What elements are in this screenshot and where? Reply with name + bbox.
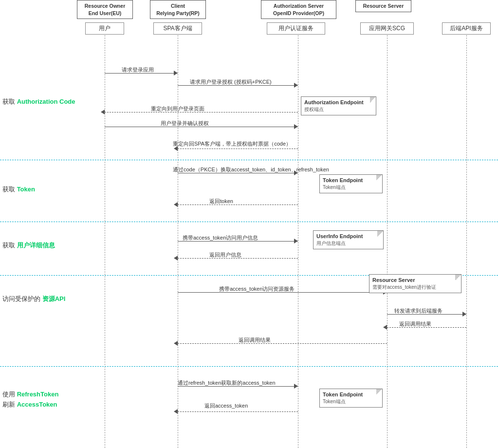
arrow-a2-head [294, 83, 298, 88]
arrow-a8-label: 携带access_token访问用户信息 [183, 234, 258, 242]
lifeline-auth [298, 35, 298, 448]
arrow-a3-label: 重定向到用户登录页面 [151, 105, 204, 112]
arrow-a15-line [178, 411, 298, 412]
arrow-a3-head [101, 110, 105, 114]
arrow-a13-line [178, 343, 387, 344]
ep-token2-title: Token Endpoint [323, 391, 379, 398]
divider-4 [0, 366, 498, 367]
ep-auth-title: Authorization Endpoint [304, 99, 373, 106]
ep-token2-subtitle: Token端点 [323, 398, 379, 405]
arrow-a12-label: 返回调用结果 [399, 320, 431, 328]
section-token: 获取 Token [2, 185, 35, 194]
arrow-a1-head [174, 71, 178, 75]
arrow-a11-head [462, 312, 466, 317]
arrow-a15-label: 返回access_token [204, 402, 248, 410]
lifeline-label-api: 后端API服务 [442, 22, 491, 35]
ep-rs-subtitle: 需要对access_token进行验证 [372, 284, 458, 291]
header-eu: Resource OwnerEnd User(EU) [77, 0, 133, 19]
arrow-a9-head [174, 256, 178, 261]
arrow-a14-head [294, 384, 298, 389]
arrow-a15-head [174, 409, 178, 414]
section-userinfo: 获取 用户详细信息 [2, 241, 55, 250]
arrow-a2-label: 请求用户登录授权 (授权码+PKCE) [190, 78, 272, 86]
arrow-a5-label: 重定向回SPA客户端，带上授权临时票据（code） [173, 140, 291, 148]
arrow-a11-label: 转发请求到后端服务 [394, 307, 443, 315]
arrow-a12-head [383, 325, 387, 330]
section-refresh: 使用 RefreshToken 刷新 AccessToken [2, 390, 58, 410]
divider-2 [0, 222, 498, 222]
arrow-a4-head [294, 124, 298, 129]
arrow-a7-label: 返回token [209, 198, 233, 205]
ep-userinfo-title: UserInfo Endpoint [316, 233, 380, 240]
endpoint-userinfo: UserInfo Endpoint 用户信息端点 [313, 230, 384, 249]
header-rs: Resource Server [355, 0, 411, 12]
arrow-a7-line [178, 205, 298, 205]
lifeline-label-user: 用户 [85, 22, 124, 35]
lifeline-api [466, 35, 467, 448]
ep-token-title: Token Endpoint [323, 177, 379, 184]
arrow-a9-label: 返回用户信息 [209, 251, 241, 259]
lifeline-label-auth: 用户认证服务 [267, 22, 325, 35]
section-resource: 访问受保护的 资源API [2, 295, 65, 303]
arrow-a10-label: 携带access_token访问资源服务 [219, 285, 295, 293]
arrow-a4-label: 用户登录并确认授权 [161, 120, 209, 127]
arrow-a6-label: 通过code（PKCE）换取accesst_token、id_token、ref… [173, 166, 329, 173]
endpoint-resource-server: Resource Server 需要对access_token进行验证 [369, 274, 461, 293]
ep-rs-title: Resource Server [372, 277, 458, 284]
header-rp: ClientRelying Party(RP) [150, 0, 206, 19]
divider-1 [0, 160, 498, 160]
lifeline-user [105, 35, 105, 448]
ep-userinfo-subtitle: 用户信息端点 [316, 240, 380, 247]
endpoint-token: Token Endpoint Token端点 [319, 174, 383, 193]
section-auth-code: 获取 Authorization Code [2, 97, 75, 106]
endpoint-token2: Token Endpoint Token端点 [319, 389, 383, 408]
arrow-a13-head [174, 341, 178, 346]
sequence-diagram: Resource OwnerEnd User(EU) ClientRelying… [0, 0, 498, 448]
endpoint-auth: Authorization Endpoint 授权端点 [301, 96, 376, 115]
ep-auth-subtitle: 授权端点 [304, 106, 373, 113]
arrow-a14-label: 通过refresh_token获取新的access_token [178, 379, 276, 387]
arrow-a13-label: 返回调用结果 [239, 336, 271, 344]
arrow-a7-head [174, 202, 178, 207]
arrow-a5-line [178, 149, 298, 149]
header-op: Authorization ServerOpenID Provider(OP) [261, 0, 336, 19]
arrow-a1-label: 请求登录应用 [122, 66, 154, 74]
ep-token-subtitle: Token端点 [323, 184, 379, 191]
lifeline-label-spa: SPA客户端 [153, 22, 202, 35]
lifeline-label-gw: 应用网关SCG [360, 22, 414, 35]
lifeline-gw [387, 35, 387, 448]
arrow-a8-head [294, 239, 298, 243]
